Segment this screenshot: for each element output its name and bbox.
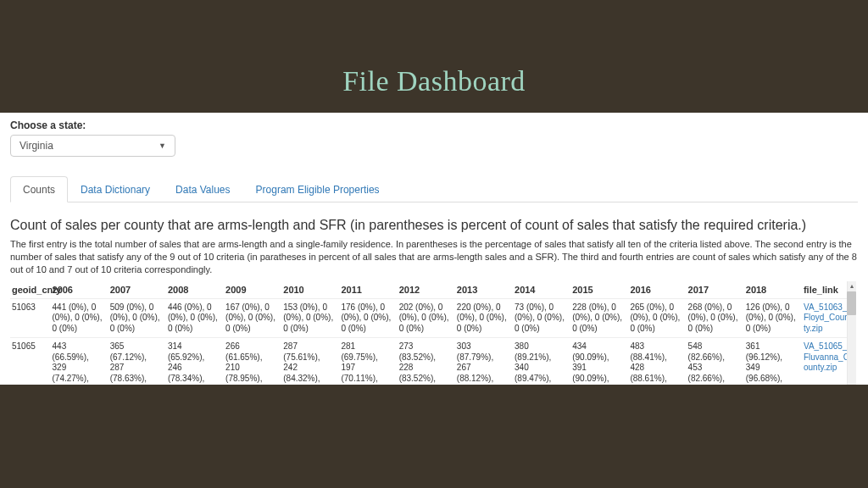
cell-year: 228 (0%), 0 (0%), 0 (0%), 0 (0%) <box>570 298 628 338</box>
cell-year: 220 (0%), 0 (0%), 0 (0%), 0 (0%) <box>455 298 513 338</box>
counts-table: geoid_cnty 2006 2007 2008 2009 2010 2011… <box>10 281 854 385</box>
cell-year: 265 (0%), 0 (0%), 0 (0%), 0 (0%) <box>628 298 686 338</box>
tab-panel-counts: Count of sales per county that are arms-… <box>0 202 868 385</box>
page-title: File Dashboard <box>342 65 526 97</box>
col-2014[interactable]: 2014 <box>513 281 570 299</box>
tab-dict[interactable]: Data Dictionary <box>68 176 163 202</box>
table-row: 51063441 (0%), 0 (0%), 0 (0%), 0 (0%)509… <box>10 298 854 338</box>
cell-year: 509 (0%), 0 (0%), 0 (0%), 0 (0%) <box>108 298 166 338</box>
tab-values[interactable]: Data Values <box>163 176 242 202</box>
col-geoid[interactable]: geoid_cnty <box>10 281 51 299</box>
cell-geoid: 51063 <box>10 298 51 338</box>
cell-year: 287 (75.61%), 242 (84.32%), 243 (84.67%)… <box>281 338 339 385</box>
cell-year: 446 (0%), 0 (0%), 0 (0%), 0 (0%) <box>166 298 224 338</box>
cell-year: 273 (83.52%), 228 (83.52%), 228 (83.52%)… <box>398 338 455 385</box>
state-select-value: Virginia <box>19 140 53 152</box>
cell-year: 176 (0%), 0 (0%), 0 (0%), 0 (0%) <box>339 298 397 338</box>
col-2010[interactable]: 2010 <box>281 281 339 299</box>
chevron-down-icon: ▼ <box>159 141 166 150</box>
cell-year: 73 (0%), 0 (0%), 0 (0%), 0 (0%) <box>513 298 570 338</box>
cell-year: 167 (0%), 0 (0%), 0 (0%), 0 (0%) <box>224 298 281 338</box>
scrollbar-thumb[interactable] <box>847 291 856 315</box>
file-link[interactable]: VA_51065_Fluvanna_County.zip <box>804 341 849 372</box>
col-2007[interactable]: 2007 <box>108 281 166 299</box>
cell-year: 548 (82.66%), 453 (82.66%), 453 (82.66%)… <box>687 338 744 385</box>
col-2008[interactable]: 2008 <box>166 281 224 299</box>
cell-year: 303 (87.79%), 267 (88.12%), 267 (88.12%)… <box>455 338 513 385</box>
cell-year: 281 (69.75%), 197 (70.11%), 197 (70.11%)… <box>339 338 397 385</box>
col-2015[interactable]: 2015 <box>570 281 628 299</box>
col-2012[interactable]: 2012 <box>398 281 455 299</box>
cell-year: 443 (66.59%), 329 (74.27%), 329 (74.27%)… <box>51 338 108 385</box>
cell-year: 153 (0%), 0 (0%), 0 (0%), 0 (0%) <box>281 298 339 338</box>
cell-year: 266 (61.65%), 210 (78.95%), 211 (79.32%)… <box>224 338 281 385</box>
dashboard-panel: Choose a state: Virginia ▼ Counts Data D… <box>0 113 868 385</box>
col-2009[interactable]: 2009 <box>224 281 281 299</box>
panel-desc: The first entry is the total number of s… <box>10 238 858 276</box>
state-select[interactable]: Virginia ▼ <box>10 135 175 157</box>
panel-title: Count of sales per county that are arms-… <box>10 218 858 233</box>
cell-year: 380 (89.21%), 340 (89.47%), 341 (89.74%)… <box>513 338 570 385</box>
cell-geoid: 51065 <box>10 338 51 385</box>
cell-year: 365 (67.12%), 287 (78.63%), 268 (78.9%),… <box>108 338 166 385</box>
table-header-row: geoid_cnty 2006 2007 2008 2009 2010 2011… <box>10 281 854 299</box>
col-2013[interactable]: 2013 <box>455 281 513 299</box>
cell-year: 126 (0%), 0 (0%), 0 (0%), 0 (0%) <box>744 298 802 338</box>
header-band: File Dashboard <box>0 0 868 113</box>
cell-year: 434 (90.09%), 391 (90.09%), 391 (90.09%)… <box>570 338 628 385</box>
cell-year: 441 (0%), 0 (0%), 0 (0%), 0 (0%) <box>51 298 108 338</box>
tab-counts[interactable]: Counts <box>10 176 68 202</box>
col-2016[interactable]: 2016 <box>628 281 686 299</box>
tab-program[interactable]: Program Eligible Properties <box>243 176 392 202</box>
col-2017[interactable]: 2017 <box>687 281 744 299</box>
table-scroll-area: geoid_cnty 2006 2007 2008 2009 2010 2011… <box>10 281 858 385</box>
cell-year: 361 (96.12%), 349 (96.68%), 349 (96.68%)… <box>744 338 802 385</box>
footer-band <box>0 385 868 488</box>
col-2018[interactable]: 2018 <box>744 281 802 299</box>
cell-year: 483 (88.41%), 428 (88.61%), 428 (88.61%)… <box>628 338 686 385</box>
cell-year: 202 (0%), 0 (0%), 0 (0%), 0 (0%) <box>398 298 455 338</box>
state-selector-row: Choose a state: Virginia ▼ <box>0 113 868 160</box>
state-label: Choose a state: <box>10 119 858 131</box>
scroll-up-icon[interactable]: ▴ <box>847 281 856 291</box>
cell-year: 314 (65.92%), 246 (78.34%), 247 (78.66%)… <box>166 338 224 385</box>
col-2006[interactable]: 2006 <box>51 281 108 299</box>
tabbar: Counts Data Dictionary Data Values Progr… <box>10 175 858 202</box>
table-row: 51065443 (66.59%), 329 (74.27%), 329 (74… <box>10 338 854 385</box>
cell-year: 268 (0%), 0 (0%), 0 (0%), 0 (0%) <box>687 298 744 338</box>
file-link[interactable]: VA_51063_Floyd_County.zip <box>804 302 849 333</box>
col-2011[interactable]: 2011 <box>339 281 397 299</box>
